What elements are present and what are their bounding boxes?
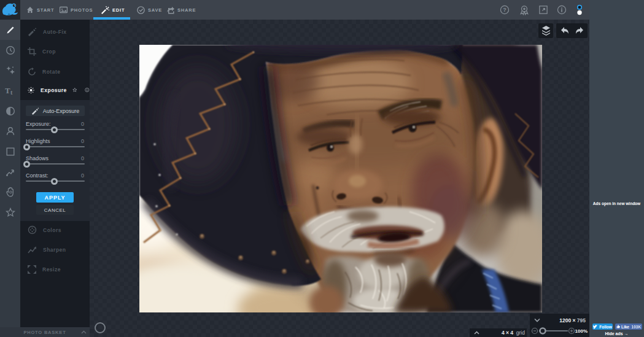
svg-text:t: t (10, 89, 13, 95)
svg-text:?: ? (503, 7, 506, 13)
svg-text:T: T (5, 86, 10, 95)
